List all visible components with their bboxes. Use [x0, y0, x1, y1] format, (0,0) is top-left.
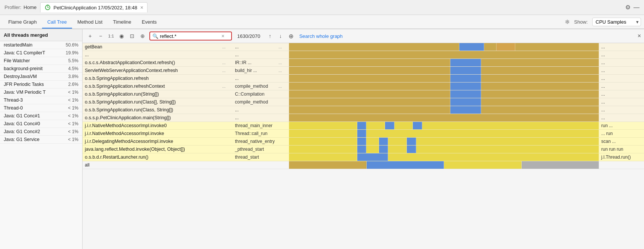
sidebar-item[interactable]: File Watcher5.5%	[0, 57, 82, 65]
row-name: j.i.r.NativeMethodAccessorImpl.invoke0	[83, 122, 221, 129]
bar-segment	[379, 146, 388, 153]
search-whole-graph-button[interactable]: Search whole graph	[299, 33, 343, 39]
zoom-in-button[interactable]: +	[86, 32, 95, 40]
flame-row[interactable]: o.s.b.SpringApplication.refreshContext..…	[83, 82, 644, 90]
viz-container: getBean.....................o.s.c.s.Abst…	[83, 43, 644, 249]
row-name: o.s.b.SpringApplication.run(Class[], Str…	[83, 99, 221, 105]
sidebar-item[interactable]: Java: G1 Conc#0< 1%	[0, 120, 82, 128]
row-dots	[221, 117, 233, 118]
row-bar-area	[289, 43, 599, 51]
row-name: ServletWebServerApplicationContext.refre…	[83, 67, 221, 74]
flame-row[interactable]: ServletWebServerApplicationContext.refre…	[83, 67, 644, 75]
settings-icon[interactable]: ⚙	[625, 4, 630, 11]
target-button[interactable]: ⊕	[286, 32, 295, 40]
flame-row[interactable]: o.s.b.SpringApplication.run(Class[], Str…	[83, 98, 644, 106]
sidebar-item[interactable]: Java: G1 Conc#1< 1%	[0, 112, 82, 120]
row-dots: ...	[221, 60, 233, 66]
zoom-out-button[interactable]: −	[96, 32, 105, 40]
flame-row[interactable]: o.s.s.p.PetClinicApplication.main(String…	[83, 114, 644, 122]
eye-button[interactable]: ◉	[117, 32, 126, 40]
tab-method-list[interactable]: Method List	[72, 16, 108, 28]
row-name: o.s.b.SpringApplication.run(Class, Strin…	[83, 106, 221, 113]
freeze-icon[interactable]: ❄	[565, 18, 570, 26]
bar-segment	[481, 59, 599, 66]
tab-call-tree[interactable]: Call Tree	[42, 16, 72, 28]
row-dots	[221, 93, 233, 95]
camera-button[interactable]: ⊡	[128, 32, 137, 40]
clear-search-button[interactable]: ×	[221, 33, 224, 39]
row-bar-area	[289, 153, 599, 161]
one-to-one-button[interactable]: 1:1	[107, 32, 116, 40]
row-bar-area	[289, 146, 599, 153]
flame-row[interactable]: all	[83, 161, 644, 169]
sidebar-item[interactable]: Java: VM Periodic T< 1%	[0, 88, 82, 96]
sidebar-item[interactable]: DestroyJavaVM3.8%	[0, 73, 82, 81]
sidebar-item[interactable]: Thread-3< 1%	[0, 96, 82, 104]
flame-row[interactable]: o.s.b.SpringApplication.refresh......	[83, 75, 644, 82]
row-bar-area	[289, 82, 599, 90]
row-extra: thread_native_entry	[233, 138, 278, 145]
bar-segment	[385, 122, 394, 129]
bar-segment	[407, 146, 416, 153]
app-tab-label: PetClinicApplication 17/05/2022, 18:48	[53, 5, 137, 10]
row-extra2: ... run	[599, 130, 644, 137]
row-bar-area	[289, 59, 599, 66]
bar-segment	[366, 138, 379, 145]
flame-row[interactable]: getBean............	[83, 43, 644, 51]
bar-segment	[379, 138, 388, 145]
flame-row[interactable]: j.i.r.NativeMethodAccessorImpl.invokeThr…	[83, 130, 644, 138]
row-extra2: ...	[599, 67, 644, 74]
sidebar-item[interactable]: Thread-0< 1%	[0, 104, 82, 112]
bar-segment	[413, 122, 422, 129]
row-bar-area	[289, 90, 599, 98]
sidebar-item[interactable]: Java: G1 Conc#2< 1%	[0, 128, 82, 136]
sidebar-item[interactable]: restartedMain50.6%	[0, 41, 82, 49]
bar-segment	[289, 114, 599, 122]
flame-row[interactable]: o.s.b.SpringApplication.run(Class, Strin…	[83, 106, 644, 114]
nav-arrows: ↑ ↓ ⊕	[265, 32, 295, 40]
search-input[interactable]	[160, 33, 220, 39]
close-search-button[interactable]: ×	[638, 33, 641, 39]
tab-flame-graph[interactable]: Flame Graph	[3, 16, 42, 28]
bar-segment	[481, 67, 599, 74]
flame-row[interactable]: java.lang.reflect.Method.invoke(Object, …	[83, 146, 644, 153]
flame-row[interactable]: o.s.b.SpringApplication.run(String[])C::…	[83, 90, 644, 98]
sidebar-item[interactable]: JFR Periodic Tasks2.6%	[0, 81, 82, 88]
bar-segment	[450, 90, 481, 98]
tab-timeline[interactable]: Timeline	[108, 16, 137, 28]
sidebar-item[interactable]: background-preinit4.5%	[0, 65, 82, 73]
bar-segment	[357, 130, 367, 137]
flame-row[interactable]: .........	[83, 51, 644, 59]
prev-result-button[interactable]: ↑	[265, 32, 274, 40]
row-extra2: ...	[599, 59, 644, 66]
bar-segment	[289, 98, 450, 106]
flame-row[interactable]: j.i.r.DelegatingMethodAccessorImpl.invok…	[83, 138, 644, 146]
row-dots	[221, 54, 233, 56]
sidebar-item[interactable]: Java: G1 Service< 1%	[0, 136, 82, 144]
flame-row[interactable]: o.s.c.s.AbstractApplicationContext.refre…	[83, 59, 644, 67]
bar-segment	[357, 153, 388, 161]
minimize-icon[interactable]: —	[633, 4, 639, 11]
app-tab-close[interactable]: ×	[140, 4, 143, 10]
tab-events[interactable]: Events	[137, 16, 162, 28]
sidebar-item[interactable]: Java: C1 CompilerT19.9%	[0, 49, 82, 57]
app-tab[interactable]: PetClinicApplication 17/05/2022, 18:48 ×	[40, 2, 147, 12]
bar-segment	[450, 67, 481, 74]
next-result-button[interactable]: ↓	[276, 32, 285, 40]
home-link[interactable]: Home	[24, 4, 37, 10]
flame-row[interactable]: o.s.b.d.r.RestartLauncher.run()thread_st…	[83, 153, 644, 161]
row-extra2	[599, 164, 644, 166]
row-extra	[233, 164, 278, 166]
flame-row[interactable]: j.i.r.NativeMethodAccessorImpl.invoke0th…	[83, 122, 644, 130]
show-select[interactable]: CPU Samples Wall Time Allocations	[592, 18, 641, 26]
row-dots	[221, 101, 233, 103]
bar-segment	[289, 51, 599, 58]
row-extra2: ...	[599, 44, 644, 50]
bar-segment	[366, 130, 599, 137]
row-dots	[221, 125, 233, 126]
row-bar-area	[289, 114, 599, 122]
magnify-button[interactable]: ⊕	[138, 32, 147, 40]
top-bar: Profiler: Home PetClinicApplication 17/0…	[0, 0, 644, 15]
bar-segment	[289, 106, 450, 114]
show-select-wrapper[interactable]: CPU Samples Wall Time Allocations	[592, 18, 641, 26]
